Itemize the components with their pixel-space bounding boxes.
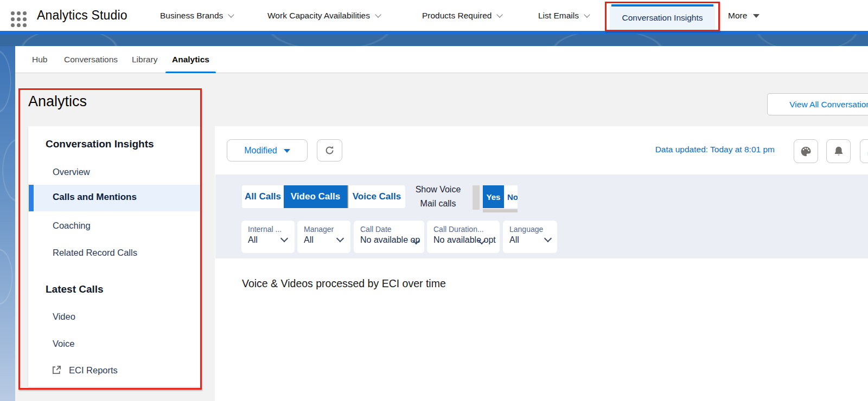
voicemail-yes-button-selected[interactable]: Yes — [483, 185, 504, 208]
voicemail-toggle-scrollbar[interactable] — [483, 209, 518, 212]
filter-dropdown-internal[interactable]: Internal ... All — [241, 221, 295, 253]
voicemail-toggle-left-gutter — [473, 185, 480, 210]
palette-icon — [800, 146, 812, 157]
chevron-down-icon — [584, 11, 590, 17]
nav-item-work-capacity-availabilities[interactable]: Work Capacity Availabilities — [267, 0, 380, 31]
segment-voice-calls[interactable]: Voice Calls — [347, 185, 405, 208]
tab-label: Library — [132, 55, 157, 64]
filter-dropdown-manager[interactable]: Manager All — [297, 221, 350, 253]
refresh-button[interactable] — [317, 139, 342, 161]
segment-video-calls-selected[interactable]: Video Calls — [284, 185, 347, 208]
filter-label: Call Date — [360, 225, 418, 234]
page-title: Analytics — [28, 93, 87, 110]
filter-value: All — [509, 235, 551, 245]
nav-item-label: List Emails — [538, 11, 579, 21]
filter-dropdown-call-date[interactable]: Call Date No available op — [354, 221, 424, 253]
active-tab-stripe — [611, 4, 713, 7]
main-content-panel — [215, 126, 868, 401]
voicemail-no-button[interactable]: No — [504, 185, 518, 208]
toggle-label: No — [507, 192, 518, 202]
palette-button[interactable] — [794, 139, 818, 163]
filter-label: Call Duration... — [433, 225, 493, 234]
filter-dropdown-language[interactable]: Language All — [503, 221, 557, 253]
filter-label: Internal ... — [248, 225, 288, 234]
selected-item-bar — [29, 185, 34, 211]
tab-hub[interactable]: Hub — [32, 46, 47, 73]
tab-label: Hub — [32, 55, 47, 64]
brand-banner-highlight — [0, 31, 868, 34]
bar-chart-button[interactable] — [860, 139, 868, 163]
nav-item-label: Products Required — [422, 11, 492, 21]
sidebar-section-title-latest-calls: Latest Calls — [46, 283, 104, 295]
voicemail-toggle-label: Show Voice Mail calls — [407, 183, 469, 211]
sidebar-item-related-record-calls[interactable]: Related Record Calls — [53, 248, 137, 258]
tab-library[interactable]: Library — [132, 46, 157, 73]
voicemail-label-line1: Show Voice — [407, 183, 469, 197]
external-link-icon — [51, 365, 62, 376]
view-all-label: View All Conversations — [789, 100, 868, 109]
call-type-segmented-control: All Calls Video Calls Voice Calls — [242, 185, 405, 208]
brand-banner — [0, 31, 868, 46]
app-launcher-icon[interactable] — [11, 11, 28, 28]
sidebar-item-label: Calls and Mentions — [53, 192, 137, 203]
view-all-conversations-button[interactable]: View All Conversations — [767, 93, 868, 115]
filter-dropdown-call-duration[interactable]: Call Duration... No available opt — [427, 221, 500, 253]
refresh-icon — [324, 145, 335, 156]
segment-all-calls[interactable]: All Calls — [242, 185, 284, 208]
segment-label: Video Calls — [291, 191, 340, 202]
left-background-strip — [0, 46, 15, 401]
top-app-bar: Analytics Studio Business Brands Work Ca… — [0, 0, 868, 31]
sidebar-item-eci-reports[interactable]: ECI Reports — [51, 365, 118, 376]
nav-item-products-required[interactable]: Products Required — [422, 0, 502, 31]
sort-label: Modified — [244, 146, 277, 156]
sidebar-item-overview[interactable]: Overview — [53, 167, 90, 177]
chevron-down-icon — [375, 11, 381, 17]
tab-analytics-active[interactable]: Analytics — [172, 46, 209, 73]
screen: Analytics Studio Business Brands Work Ca… — [0, 0, 868, 401]
sidebar-item-calls-and-mentions-selected[interactable]: Calls and Mentions — [28, 185, 200, 211]
tab-label: Analytics — [172, 55, 209, 64]
sidebar-item-voice[interactable]: Voice — [53, 339, 74, 349]
nav-item-business-brands[interactable]: Business Brands — [160, 0, 233, 31]
nav-item-label: Work Capacity Availabilities — [267, 11, 370, 21]
chevron-down-icon — [228, 11, 234, 17]
voicemail-label-line2: Mail calls — [407, 197, 469, 211]
triangle-down-icon — [753, 14, 760, 18]
sub-tab-bar: Hub Conversations Library Analytics — [15, 46, 868, 73]
filter-panel: All Calls Video Calls Voice Calls Show V… — [215, 174, 868, 258]
nav-item-conversation-insights-active[interactable]: Conversation Insights — [610, 4, 715, 31]
nav-item-label: More — [728, 11, 747, 21]
sidebar-section-title-conversation-insights: Conversation Insights — [46, 138, 154, 150]
segment-label: Voice Calls — [353, 191, 401, 202]
toggle-label: Yes — [487, 192, 501, 202]
app-title: Analytics Studio — [37, 0, 127, 31]
modified-sort-button[interactable]: Modified — [227, 139, 308, 161]
segment-label: All Calls — [245, 191, 281, 202]
nav-item-label: Conversation Insights — [622, 13, 703, 23]
nav-item-label: Business Brands — [160, 11, 223, 21]
nav-item-more[interactable]: More — [728, 0, 760, 31]
filter-value: No available op — [360, 235, 418, 245]
nav-item-list-emails[interactable]: List Emails — [538, 0, 589, 31]
chart-title: Voice & Videos processed by ECI over tim… — [242, 277, 446, 290]
chevron-down-icon — [497, 11, 503, 17]
sidebar-item-label: ECI Reports — [69, 365, 118, 376]
data-updated-text: Data updated: Today at 8:01 pm — [646, 145, 775, 154]
sidebar-item-coaching[interactable]: Coaching — [53, 221, 91, 231]
sidebar-item-video[interactable]: Video — [53, 312, 75, 322]
tab-conversations[interactable]: Conversations — [64, 46, 118, 73]
analytics-sidebar: Conversation Insights Overview Calls and… — [28, 126, 200, 387]
bell-icon — [833, 146, 844, 157]
tab-label: Conversations — [64, 55, 118, 64]
triangle-down-icon — [284, 149, 290, 153]
notifications-button[interactable] — [826, 139, 851, 163]
filter-label: Manager — [304, 225, 344, 234]
filter-label: Language — [509, 225, 551, 234]
